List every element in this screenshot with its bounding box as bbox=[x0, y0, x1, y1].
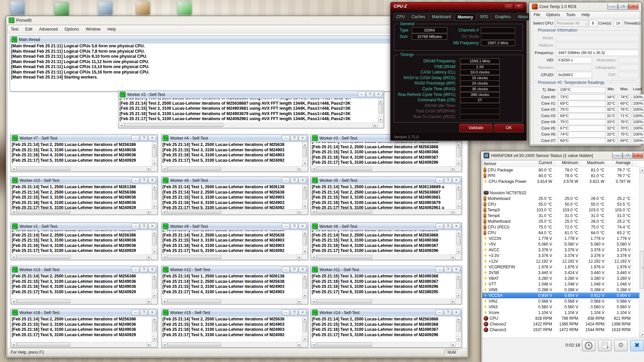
sensor-row[interactable]: VBAT3.280 V3.280 V3.280 V3.280 V bbox=[482, 275, 639, 281]
worker-titlebar[interactable]: Worker #6 - Self-Test bbox=[311, 223, 461, 230]
scroll-left-icon[interactable] bbox=[119, 123, 124, 127]
scrollbar-thumb[interactable] bbox=[152, 236, 157, 245]
horizontal-scrollbar[interactable] bbox=[11, 299, 152, 304]
sensor-row[interactable]: CPU Package80.0 °C78.0 °C81.0 °C79.7 °C bbox=[482, 167, 639, 173]
scroll-up-icon[interactable] bbox=[456, 185, 461, 190]
scroll-left-icon[interactable] bbox=[162, 209, 167, 214]
sensor-section-row[interactable]: Nuvoton NCT6791D bbox=[482, 190, 639, 196]
sensor-row[interactable]: VCCSA0.904 V0.904 V0.912 V0.904 V bbox=[482, 293, 639, 298]
close-button[interactable] bbox=[452, 267, 460, 272]
scroll-right-icon[interactable] bbox=[297, 255, 302, 259]
scroll-up-icon[interactable] bbox=[152, 317, 157, 322]
sensor-row[interactable]: Temp431.0 °C31.0 °C31.0 °C31.0 °C bbox=[482, 213, 639, 218]
scroll-left-icon[interactable] bbox=[311, 209, 316, 214]
scroll-left-icon[interactable] bbox=[162, 299, 167, 304]
report-button[interactable] bbox=[598, 340, 611, 351]
restore-button[interactable] bbox=[623, 153, 633, 159]
vertical-scrollbar[interactable] bbox=[302, 142, 307, 166]
close-button[interactable] bbox=[452, 177, 460, 183]
tab-graphics[interactable]: Graphics bbox=[492, 13, 514, 20]
scroll-right-icon[interactable] bbox=[297, 299, 302, 304]
scrollbar-thumb[interactable] bbox=[303, 236, 307, 245]
scroll-up-icon[interactable] bbox=[456, 317, 461, 322]
minimize-button[interactable] bbox=[436, 223, 443, 229]
vertical-scrollbar[interactable] bbox=[152, 142, 157, 166]
close-button[interactable] bbox=[299, 310, 306, 315]
sensor-row[interactable]: VIN20.568 V0.568 V0.568 V0.568 V bbox=[482, 298, 639, 304]
scroll-right-icon[interactable] bbox=[146, 342, 152, 347]
restore-button[interactable] bbox=[290, 310, 298, 315]
restore-button[interactable] bbox=[140, 223, 148, 229]
restore-button[interactable] bbox=[444, 267, 452, 272]
horizontal-scrollbar[interactable] bbox=[162, 166, 302, 171]
scroll-left-icon[interactable] bbox=[162, 255, 167, 259]
vertical-scrollbar[interactable] bbox=[302, 317, 307, 342]
vertical-scrollbar[interactable] bbox=[378, 99, 383, 122]
scroll-right-icon[interactable] bbox=[146, 209, 152, 214]
scroll-left-icon[interactable] bbox=[311, 299, 316, 304]
scroll-down-icon[interactable] bbox=[302, 337, 307, 342]
scroll-up-icon[interactable] bbox=[456, 274, 461, 279]
vertical-scrollbar[interactable] bbox=[302, 230, 307, 254]
column-minimum[interactable]: Minimum bbox=[554, 160, 580, 167]
scroll-right-icon[interactable] bbox=[450, 299, 456, 304]
scroll-down-icon[interactable] bbox=[456, 249, 461, 254]
sensor-row[interactable]: Motherboard25.0 °C25.0 °C26.0 °C25.2 °C bbox=[482, 196, 639, 201]
close-button[interactable] bbox=[148, 135, 156, 141]
close-button[interactable] bbox=[148, 267, 156, 272]
close-button[interactable] bbox=[633, 153, 643, 159]
restore-button[interactable] bbox=[290, 135, 298, 141]
scroll-down-icon[interactable] bbox=[456, 293, 461, 299]
restore-button[interactable] bbox=[444, 310, 452, 315]
scroll-up-icon[interactable] bbox=[152, 185, 157, 190]
scroll-right-icon[interactable] bbox=[297, 209, 302, 214]
scroll-left-icon[interactable] bbox=[311, 166, 316, 171]
menu-options[interactable]: Options bbox=[61, 25, 82, 33]
scroll-down-icon[interactable] bbox=[152, 249, 157, 254]
menu-help[interactable]: Help bbox=[104, 25, 119, 33]
column-maximum[interactable]: Maximum bbox=[580, 160, 606, 167]
coretemp-titlebar[interactable]: Core Temp 1.0 RC6 bbox=[529, 2, 641, 11]
close-button[interactable] bbox=[452, 223, 460, 229]
restore-button[interactable] bbox=[140, 267, 148, 272]
scroll-right-icon[interactable] bbox=[146, 166, 152, 171]
vertical-scrollbar[interactable] bbox=[639, 167, 644, 338]
menu-edit[interactable]: Edit bbox=[22, 25, 36, 33]
minimize-button[interactable] bbox=[132, 310, 139, 315]
close-sensors-button[interactable]: ✖ bbox=[630, 340, 644, 351]
column-current[interactable]: Current bbox=[528, 160, 554, 167]
menu-file[interactable]: File bbox=[531, 12, 543, 17]
sensor-row[interactable]: PP080.0 °C78.0 °C81.0 °C79.7 °C bbox=[482, 173, 639, 178]
restore-button[interactable] bbox=[290, 223, 298, 229]
scroll-down-icon[interactable] bbox=[152, 293, 157, 299]
worker-titlebar[interactable]: Worker #11 - Self-Test bbox=[311, 266, 461, 273]
scrollbar-thumb[interactable] bbox=[303, 279, 307, 289]
sensor-row[interactable]: VIN50.288 V0.288 V0.288 V0.288 V bbox=[482, 287, 639, 293]
sensor-row[interactable]: CPU (PECI)75.0 °C72.0 °C75.0 °C74.4 °C bbox=[482, 224, 639, 230]
worker-titlebar[interactable]: Worker #9 - Self-Test bbox=[161, 223, 308, 230]
minimize-button[interactable] bbox=[132, 267, 139, 272]
sensor-row[interactable]: Chassis21422 RPM1365 RPM1424 RPM1398 RPM bbox=[482, 321, 639, 327]
horizontal-scrollbar[interactable] bbox=[162, 299, 302, 304]
scrollbar-thumb[interactable] bbox=[303, 148, 307, 157]
vertical-scrollbar[interactable] bbox=[152, 274, 157, 299]
minimize-button[interactable] bbox=[436, 267, 443, 272]
restore-button[interactable] bbox=[140, 310, 148, 315]
close-button[interactable] bbox=[628, 4, 639, 10]
scrollbar-thumb[interactable] bbox=[456, 322, 461, 331]
scroll-down-icon[interactable] bbox=[152, 204, 157, 209]
maximize-button[interactable] bbox=[618, 4, 628, 10]
scroll-down-icon[interactable] bbox=[456, 161, 461, 166]
scroll-down-icon[interactable] bbox=[378, 117, 383, 122]
menu-test[interactable]: Test bbox=[7, 25, 22, 33]
tab-caches[interactable]: Caches bbox=[408, 13, 428, 20]
scroll-left-icon[interactable] bbox=[11, 166, 16, 171]
worker-titlebar[interactable]: Worker #13 - Self-Test bbox=[11, 266, 157, 273]
worker-titlebar[interactable]: Worker #7 - Self-Test bbox=[11, 135, 157, 142]
sensor-row[interactable]: +5V5.080 V5.080 V5.080 V5.080 V bbox=[482, 241, 639, 247]
vertical-scrollbar[interactable] bbox=[456, 274, 461, 299]
scroll-right-icon[interactable] bbox=[450, 166, 456, 171]
worker-titlebar[interactable]: Worker #2 - Self-Test bbox=[118, 91, 384, 98]
scrollbar-thumb[interactable] bbox=[456, 148, 461, 157]
scrollbar-thumb[interactable] bbox=[316, 210, 372, 214]
